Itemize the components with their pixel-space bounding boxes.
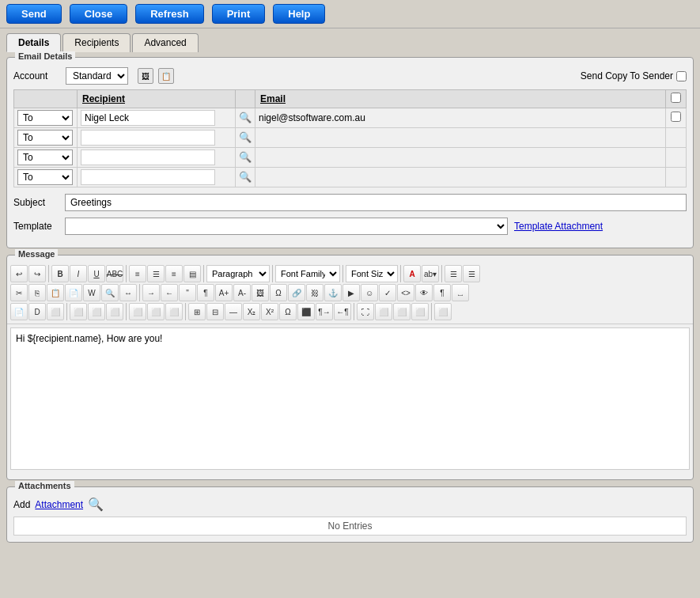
show-blocks-button[interactable]: ¶ bbox=[433, 284, 451, 301]
outdent-button[interactable]: ← bbox=[161, 284, 178, 301]
attachment-link[interactable]: Attachment bbox=[35, 499, 83, 510]
account-select[interactable]: Standard bbox=[66, 67, 128, 85]
cut-button[interactable]: ✂ bbox=[10, 284, 28, 301]
image-button[interactable]: 🖼 bbox=[252, 284, 269, 301]
sep1 bbox=[48, 265, 49, 282]
btn-e[interactable]: ⬜ bbox=[147, 303, 165, 320]
btn-j[interactable]: ⬜ bbox=[434, 303, 452, 320]
refresh-button[interactable]: Refresh bbox=[135, 4, 203, 24]
btn-c[interactable]: ⬜ bbox=[106, 303, 123, 320]
non-breaking-button[interactable]: ⎵ bbox=[452, 284, 469, 301]
html-button[interactable]: <> bbox=[397, 284, 414, 301]
paragraph-select[interactable]: ParagraphHeading 1Heading 2 bbox=[206, 265, 270, 282]
paste-text-button[interactable]: 📄 bbox=[65, 284, 82, 301]
to-select-4[interactable]: ToCCBCC bbox=[17, 169, 73, 185]
account-icon-2[interactable]: 📋 bbox=[158, 68, 174, 84]
search-icon-4[interactable]: 🔍 bbox=[239, 171, 252, 184]
template-btn[interactable]: 📄 bbox=[10, 303, 28, 320]
bullets-button[interactable]: ☰ bbox=[445, 265, 462, 282]
hr-btn[interactable]: — bbox=[225, 303, 242, 320]
recipient-input-4[interactable] bbox=[81, 169, 215, 185]
close-button[interactable]: Close bbox=[70, 4, 127, 24]
find-button[interactable]: 🔍 bbox=[101, 284, 119, 301]
font-size-select[interactable]: Font Size bbox=[346, 265, 398, 282]
align-center-button[interactable]: ☰ bbox=[147, 265, 165, 282]
replace-button[interactable]: ↔ bbox=[119, 284, 137, 301]
select-all-checkbox[interactable] bbox=[671, 93, 681, 103]
to-select-3[interactable]: ToCCBCC bbox=[17, 150, 73, 165]
para-dir-ltr[interactable]: ¶→ bbox=[316, 303, 333, 320]
div-container-btn[interactable]: D bbox=[28, 303, 46, 320]
btn-i[interactable]: ⬜ bbox=[411, 303, 429, 320]
fullscreen-btn[interactable]: ⛶ bbox=[357, 303, 374, 320]
bold-button[interactable]: B bbox=[51, 265, 69, 282]
template-select[interactable] bbox=[65, 218, 508, 235]
indent-button[interactable]: → bbox=[142, 284, 160, 301]
search-icon-3[interactable]: 🔍 bbox=[239, 151, 252, 164]
align-left-button[interactable]: ≡ bbox=[129, 265, 146, 282]
font-size-dec[interactable]: A- bbox=[233, 284, 251, 301]
strikethrough-button[interactable]: ABC bbox=[106, 265, 123, 282]
btn-f[interactable]: ⬜ bbox=[165, 303, 183, 320]
search-icon-2[interactable]: 🔍 bbox=[239, 131, 252, 144]
align-right-button[interactable]: ≡ bbox=[165, 265, 183, 282]
btn-b[interactable]: ⬜ bbox=[88, 303, 105, 320]
attachment-search-icon[interactable]: 🔍 bbox=[88, 497, 104, 512]
font-family-select[interactable]: Font Family bbox=[275, 265, 340, 282]
account-icon-1[interactable]: 🖼 bbox=[138, 68, 153, 84]
para-dir-rtl[interactable]: ←¶ bbox=[334, 303, 351, 320]
font-color-button[interactable]: A bbox=[403, 265, 421, 282]
font-size-inc[interactable]: A+ bbox=[215, 284, 233, 301]
highlight-button[interactable]: ab▾ bbox=[422, 265, 439, 282]
page-break-btn[interactable]: ⬛ bbox=[297, 303, 315, 320]
message-editor[interactable]: Hi ${recipient.name}, How are you! bbox=[10, 327, 690, 470]
search-icon-1[interactable]: 🔍 bbox=[239, 112, 252, 124]
layer-btn[interactable]: ⬜ bbox=[47, 303, 64, 320]
underline-button[interactable]: U bbox=[88, 265, 105, 282]
superscript-btn[interactable]: X² bbox=[261, 303, 278, 320]
media-button[interactable]: ▶ bbox=[342, 284, 360, 301]
paste-word-button[interactable]: W bbox=[83, 284, 100, 301]
table-btn[interactable]: ⊞ bbox=[188, 303, 206, 320]
anchor-button[interactable]: ⚓ bbox=[324, 284, 342, 301]
subscript-btn[interactable]: X₂ bbox=[243, 303, 260, 320]
send-copy-checkbox[interactable] bbox=[676, 71, 687, 81]
copy-button[interactable]: ⎘ bbox=[28, 284, 46, 301]
row-check-1[interactable] bbox=[671, 112, 681, 122]
btn-g[interactable]: ⬜ bbox=[375, 303, 392, 320]
redo-button[interactable]: ↪ bbox=[28, 265, 46, 282]
btn-a[interactable]: ⬜ bbox=[70, 303, 87, 320]
recipient-input-3[interactable] bbox=[81, 150, 215, 165]
emoticon-button[interactable]: ☺ bbox=[361, 284, 378, 301]
send-button[interactable]: Send bbox=[6, 4, 62, 24]
btn-d[interactable]: ⬜ bbox=[129, 303, 146, 320]
charmap-button[interactable]: Ω bbox=[270, 284, 287, 301]
blockquote-button[interactable]: " bbox=[179, 284, 196, 301]
recipient-input-1[interactable] bbox=[81, 110, 215, 126]
special-char-btn[interactable]: Ω bbox=[279, 303, 297, 320]
undo-button[interactable]: ↩ bbox=[10, 265, 28, 282]
subject-input[interactable] bbox=[65, 194, 687, 211]
justify-button[interactable]: ▤ bbox=[184, 265, 201, 282]
to-select-1[interactable]: ToCCBCC bbox=[17, 110, 73, 126]
account-label: Account bbox=[13, 70, 61, 81]
spell-button[interactable]: ✓ bbox=[379, 284, 396, 301]
th-check bbox=[666, 90, 687, 108]
table-props-btn[interactable]: ⊟ bbox=[206, 303, 224, 320]
to-select-2[interactable]: ToCCBCC bbox=[17, 130, 73, 146]
italic-button[interactable]: I bbox=[70, 265, 87, 282]
tab-advanced[interactable]: Advanced bbox=[132, 33, 198, 52]
recipient-input-2[interactable] bbox=[81, 130, 215, 146]
format-button[interactable]: ¶ bbox=[197, 284, 214, 301]
tab-recipients[interactable]: Recipients bbox=[62, 33, 131, 52]
paste-button[interactable]: 📋 bbox=[47, 284, 64, 301]
print-button[interactable]: Print bbox=[212, 4, 266, 24]
template-attachment-link[interactable]: Template Attachment bbox=[514, 221, 603, 232]
help-button[interactable]: Help bbox=[273, 4, 325, 24]
preview-button[interactable]: 👁 bbox=[415, 284, 433, 301]
unlink-button[interactable]: ⛓ bbox=[306, 284, 324, 301]
link-button[interactable]: 🔗 bbox=[288, 284, 305, 301]
btn-h[interactable]: ⬜ bbox=[393, 303, 411, 320]
tab-details[interactable]: Details bbox=[6, 33, 61, 52]
numbering-button[interactable]: ☰ bbox=[463, 265, 480, 282]
